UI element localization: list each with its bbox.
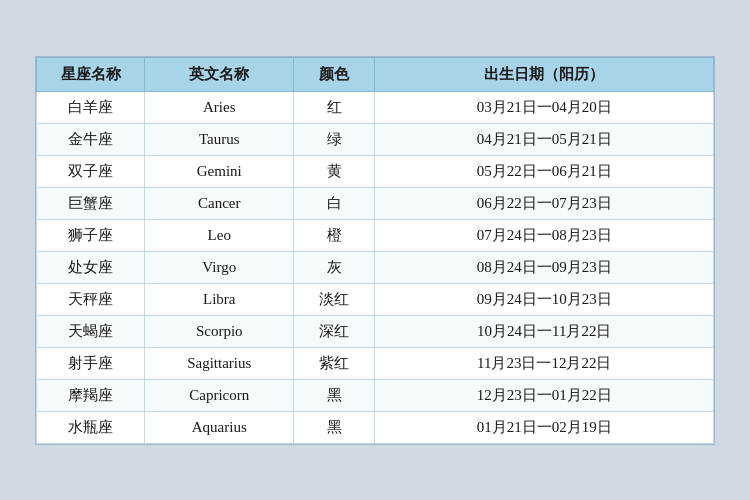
cell-chinese: 射手座 bbox=[37, 347, 145, 379]
cell-date: 10月24日一11月22日 bbox=[375, 315, 714, 347]
cell-color: 深红 bbox=[294, 315, 375, 347]
cell-date: 09月24日一10月23日 bbox=[375, 283, 714, 315]
cell-chinese: 白羊座 bbox=[37, 91, 145, 123]
cell-color: 白 bbox=[294, 187, 375, 219]
cell-english: Sagittarius bbox=[145, 347, 294, 379]
cell-date: 11月23日一12月22日 bbox=[375, 347, 714, 379]
cell-color: 橙 bbox=[294, 219, 375, 251]
header-color: 颜色 bbox=[294, 57, 375, 91]
cell-chinese: 天秤座 bbox=[37, 283, 145, 315]
cell-color: 紫红 bbox=[294, 347, 375, 379]
header-english: 英文名称 bbox=[145, 57, 294, 91]
cell-chinese: 狮子座 bbox=[37, 219, 145, 251]
cell-english: Gemini bbox=[145, 155, 294, 187]
cell-chinese: 双子座 bbox=[37, 155, 145, 187]
cell-chinese: 巨蟹座 bbox=[37, 187, 145, 219]
cell-chinese: 天蝎座 bbox=[37, 315, 145, 347]
cell-english: Aries bbox=[145, 91, 294, 123]
cell-chinese: 处女座 bbox=[37, 251, 145, 283]
cell-english: Leo bbox=[145, 219, 294, 251]
cell-color: 绿 bbox=[294, 123, 375, 155]
cell-color: 红 bbox=[294, 91, 375, 123]
cell-english: Libra bbox=[145, 283, 294, 315]
table-row: 处女座Virgo灰08月24日一09月23日 bbox=[37, 251, 714, 283]
cell-date: 07月24日一08月23日 bbox=[375, 219, 714, 251]
cell-date: 05月22日一06月21日 bbox=[375, 155, 714, 187]
cell-date: 06月22日一07月23日 bbox=[375, 187, 714, 219]
table-row: 天蝎座Scorpio深红10月24日一11月22日 bbox=[37, 315, 714, 347]
zodiac-table-container: 星座名称 英文名称 颜色 出生日期（阳历） 白羊座Aries红03月21日一04… bbox=[35, 56, 715, 445]
cell-date: 04月21日一05月21日 bbox=[375, 123, 714, 155]
cell-english: Cancer bbox=[145, 187, 294, 219]
cell-english: Scorpio bbox=[145, 315, 294, 347]
cell-english: Taurus bbox=[145, 123, 294, 155]
table-row: 金牛座Taurus绿04月21日一05月21日 bbox=[37, 123, 714, 155]
cell-date: 03月21日一04月20日 bbox=[375, 91, 714, 123]
cell-english: Virgo bbox=[145, 251, 294, 283]
cell-color: 灰 bbox=[294, 251, 375, 283]
table-row: 双子座Gemini黄05月22日一06月21日 bbox=[37, 155, 714, 187]
cell-date: 12月23日一01月22日 bbox=[375, 379, 714, 411]
table-row: 摩羯座Capricorn黑12月23日一01月22日 bbox=[37, 379, 714, 411]
cell-date: 01月21日一02月19日 bbox=[375, 411, 714, 443]
table-row: 巨蟹座Cancer白06月22日一07月23日 bbox=[37, 187, 714, 219]
cell-color: 黑 bbox=[294, 411, 375, 443]
header-date: 出生日期（阳历） bbox=[375, 57, 714, 91]
table-row: 狮子座Leo橙07月24日一08月23日 bbox=[37, 219, 714, 251]
cell-color: 黑 bbox=[294, 379, 375, 411]
table-header-row: 星座名称 英文名称 颜色 出生日期（阳历） bbox=[37, 57, 714, 91]
cell-color: 黄 bbox=[294, 155, 375, 187]
table-row: 射手座Sagittarius紫红11月23日一12月22日 bbox=[37, 347, 714, 379]
header-chinese: 星座名称 bbox=[37, 57, 145, 91]
cell-color: 淡红 bbox=[294, 283, 375, 315]
cell-english: Capricorn bbox=[145, 379, 294, 411]
cell-chinese: 水瓶座 bbox=[37, 411, 145, 443]
cell-chinese: 摩羯座 bbox=[37, 379, 145, 411]
cell-date: 08月24日一09月23日 bbox=[375, 251, 714, 283]
table-row: 天秤座Libra淡红09月24日一10月23日 bbox=[37, 283, 714, 315]
zodiac-table: 星座名称 英文名称 颜色 出生日期（阳历） 白羊座Aries红03月21日一04… bbox=[36, 57, 714, 444]
table-row: 白羊座Aries红03月21日一04月20日 bbox=[37, 91, 714, 123]
table-row: 水瓶座Aquarius黑01月21日一02月19日 bbox=[37, 411, 714, 443]
cell-chinese: 金牛座 bbox=[37, 123, 145, 155]
cell-english: Aquarius bbox=[145, 411, 294, 443]
